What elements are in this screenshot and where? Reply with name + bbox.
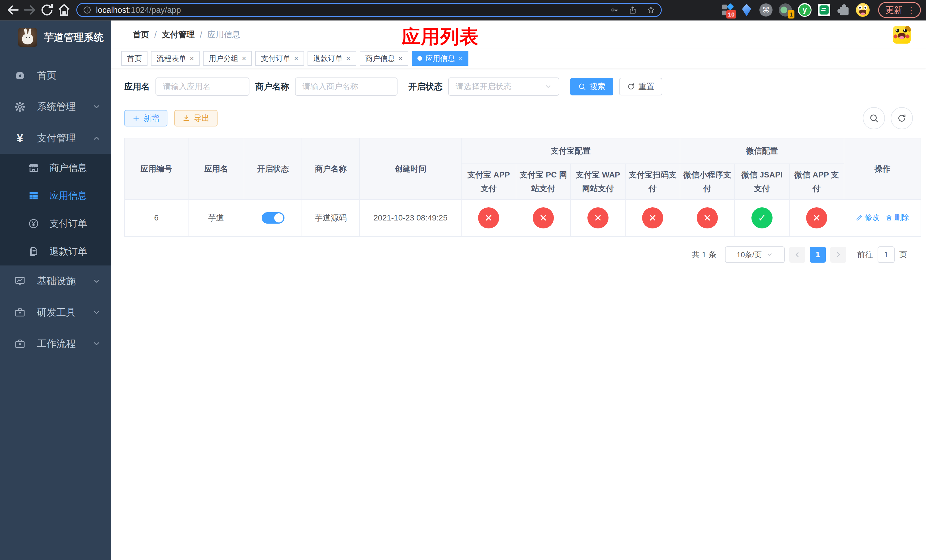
refresh-table-button[interactable] xyxy=(891,107,913,129)
url-bar[interactable]: localhost :1024/pay/app xyxy=(76,3,662,17)
store-icon xyxy=(27,162,40,173)
breadcrumb-item[interactable]: 首页 xyxy=(133,29,149,41)
tab-close-icon[interactable]: × xyxy=(294,55,298,62)
chevron-down-icon xyxy=(766,251,773,258)
sidebar-item-基础设施[interactable]: 基础设施 xyxy=(0,265,111,297)
table-row: 6芋道芋道源码2021-10-23 08:49:25✕✕✕✕✕✓✕修改删除 xyxy=(124,200,921,236)
column-group-header: 支付宝配置 xyxy=(461,138,680,164)
sidebar-item-应用信息[interactable]: 应用信息 xyxy=(0,182,111,210)
add-button[interactable]: 新增 xyxy=(124,110,168,127)
goto-label: 前往 xyxy=(857,249,873,260)
site-info-icon[interactable] xyxy=(83,6,91,14)
home-icon[interactable] xyxy=(56,2,72,18)
extension-yudao-icon[interactable]: y xyxy=(798,3,811,17)
extension-chat-icon[interactable] xyxy=(817,3,831,17)
bookmark-star-icon[interactable] xyxy=(647,6,655,14)
cell-created: 2021-10-23 08:49:25 xyxy=(360,200,461,236)
sidebar-item-支付订单[interactable]: 支付订单 xyxy=(0,210,111,238)
submenu-支付管理: 商户信息应用信息支付订单退款订单 xyxy=(0,154,111,265)
breadcrumb-separator: / xyxy=(200,30,202,39)
browser-menu-icon[interactable]: ⋮ xyxy=(907,5,916,15)
url-path: :1024/pay/app xyxy=(129,5,181,15)
sidebar-item-首页[interactable]: 首页 xyxy=(0,60,111,91)
user-avatar[interactable] xyxy=(893,26,911,44)
tags-view-bar: 首页流程表单×用户分组×支付订单×退款订单×商户信息×应用信息× xyxy=(111,49,926,68)
extension-camera-icon[interactable]: 1 xyxy=(779,3,792,17)
x-circle-icon: ✕ xyxy=(533,207,554,229)
password-key-icon[interactable] xyxy=(610,6,619,14)
tab-用户分组[interactable]: 用户分组× xyxy=(203,51,252,66)
decor xyxy=(859,10,866,15)
sidebar-item-系统管理[interactable]: 系统管理 xyxy=(0,91,111,123)
app-name-label: 应用名 xyxy=(124,81,150,92)
page-size-value: 10条/页 xyxy=(737,250,762,260)
tab-首页[interactable]: 首页 xyxy=(121,51,147,66)
tab-退款订单[interactable]: 退款订单× xyxy=(307,51,356,66)
sidebar-item-label: 商户信息 xyxy=(50,162,101,174)
toggle-search-button[interactable] xyxy=(863,107,885,129)
tab-流程表单[interactable]: 流程表单× xyxy=(151,51,200,66)
sidebar-item-商户信息[interactable]: 商户信息 xyxy=(0,154,111,182)
tab-close-icon[interactable]: × xyxy=(242,55,246,62)
briefcase-icon xyxy=(14,307,26,318)
sidebar-item-工作流程[interactable]: 工作流程 xyxy=(0,328,111,359)
extension-puzzle-icon[interactable] xyxy=(837,3,850,17)
forward-icon[interactable] xyxy=(22,2,38,18)
update-label: 更新 xyxy=(885,4,902,16)
cell-merchant: 芋道源码 xyxy=(302,200,360,236)
decor xyxy=(818,4,830,16)
page-annotation-title: 应用列表 xyxy=(401,24,479,50)
column-header: 微信 JSAPI 支付 xyxy=(735,164,789,200)
search-button[interactable]: 搜索 xyxy=(570,78,613,95)
update-button[interactable]: 更新 ⋮ xyxy=(878,2,921,18)
tab-商户信息[interactable]: 商户信息× xyxy=(360,51,409,66)
extensions-bar: 10 ⌘ 1 y xyxy=(720,3,870,17)
column-header: 支付宝 WAP 网站支付 xyxy=(570,164,625,200)
extension-blocks-icon[interactable]: 10 xyxy=(720,3,734,17)
extension-kite-icon[interactable] xyxy=(740,3,754,17)
table-header-row: 应用编号应用名开启状态商户名称创建时间支付宝配置微信配置操作 xyxy=(124,138,921,164)
sidebar-item-支付管理[interactable]: ¥支付管理 xyxy=(0,123,111,154)
search-icon xyxy=(578,83,586,91)
cell-status: ✕ xyxy=(461,200,516,236)
enabled-toggle[interactable] xyxy=(262,212,284,224)
tab-close-icon[interactable]: × xyxy=(190,55,194,62)
sidebar-menu: 首页系统管理¥支付管理商户信息应用信息支付订单退款订单基础设施研发工具工作流程 xyxy=(0,60,111,359)
back-icon[interactable] xyxy=(5,2,21,18)
next-page-button[interactable] xyxy=(830,247,846,263)
page-size-select[interactable]: 10条/页 xyxy=(725,247,785,263)
decor xyxy=(820,5,829,15)
tab-close-icon[interactable]: × xyxy=(398,55,402,62)
export-button[interactable]: 导出 xyxy=(174,110,218,127)
decor xyxy=(896,29,899,32)
tab-支付订单[interactable]: 支付订单× xyxy=(255,51,304,66)
delete-button[interactable]: 删除 xyxy=(885,212,909,222)
column-group-header: 微信配置 xyxy=(680,138,844,164)
app-logo[interactable]: 芋道管理系统 xyxy=(0,21,111,54)
edit-button[interactable]: 修改 xyxy=(856,212,879,222)
cell-status: ✕ xyxy=(680,200,735,236)
sidebar-item-研发工具[interactable]: 研发工具 xyxy=(0,297,111,328)
decor xyxy=(722,5,727,9)
status-select[interactable]: 请选择开启状态 xyxy=(448,77,559,96)
prev-page-button[interactable] xyxy=(789,247,805,263)
page-number-button[interactable]: 1 xyxy=(810,247,826,263)
header-actions xyxy=(842,26,916,44)
extension-emoji-icon[interactable] xyxy=(856,3,870,17)
yen-icon: ¥ xyxy=(14,132,26,145)
reload-icon[interactable] xyxy=(39,2,54,18)
goto-page-input[interactable] xyxy=(878,247,895,263)
extension-command-icon[interactable]: ⌘ xyxy=(759,3,773,17)
tab-应用信息[interactable]: 应用信息× xyxy=(412,51,468,66)
cell-status: ✓ xyxy=(735,200,789,236)
sidebar-item-退款订单[interactable]: 退款订单 xyxy=(0,238,111,265)
app-name-input[interactable] xyxy=(156,77,250,96)
breadcrumb-item[interactable]: 支付管理 xyxy=(162,29,195,41)
cell-id: 6 xyxy=(124,200,188,236)
tab-close-icon[interactable]: × xyxy=(458,55,463,62)
share-icon[interactable] xyxy=(628,6,637,14)
reset-button[interactable]: 重置 xyxy=(619,78,662,95)
decor xyxy=(864,5,867,10)
tab-close-icon[interactable]: × xyxy=(346,55,351,62)
merchant-name-input[interactable] xyxy=(295,77,398,96)
